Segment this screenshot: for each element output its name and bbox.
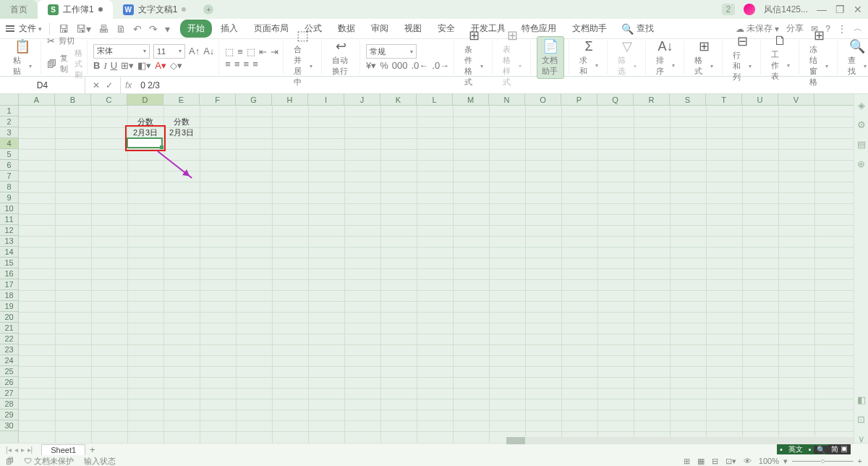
cut-icon[interactable]: ✂ xyxy=(47,35,55,46)
dec-inc-icon[interactable]: .0← xyxy=(411,60,428,71)
percent-icon[interactable]: % xyxy=(380,60,388,71)
redo-icon[interactable]: ↷ xyxy=(148,22,159,36)
collapse-ribbon-icon[interactable]: ︿ xyxy=(854,22,862,35)
search-icon[interactable]: 🔍 xyxy=(620,22,635,36)
row-header[interactable]: 21 xyxy=(0,323,18,334)
row-header[interactable]: 30 xyxy=(0,420,18,431)
col-header[interactable]: E xyxy=(163,94,200,105)
view-page-icon[interactable]: ▦ xyxy=(697,457,705,466)
active-cell[interactable] xyxy=(127,137,163,148)
doc-helper-button[interactable]: 📄文档助手 xyxy=(537,36,564,79)
col-header[interactable]: J xyxy=(344,94,380,105)
row-header[interactable]: 20 xyxy=(0,312,18,323)
currency-icon[interactable]: ¥▾ xyxy=(366,60,376,71)
row-header[interactable]: 17 xyxy=(0,279,18,290)
eye-icon[interactable]: 👁 xyxy=(744,457,752,465)
panel-icon[interactable]: ⚙ xyxy=(857,119,866,130)
horizontal-scrollbar[interactable] xyxy=(506,437,854,444)
table-style-button[interactable]: ⊞表格样式 xyxy=(498,26,526,89)
notification-badge[interactable]: 2 xyxy=(722,4,736,15)
file-menu[interactable]: 文件 xyxy=(19,22,42,35)
tab-doc[interactable]: W 文字文稿1 xyxy=(113,0,197,19)
cell[interactable]: 分数 xyxy=(127,116,163,127)
row-header[interactable]: 7 xyxy=(0,171,18,182)
undo-icon[interactable]: ↶ xyxy=(132,22,143,36)
col-header[interactable]: D xyxy=(127,94,163,105)
col-header[interactable]: R xyxy=(634,94,670,105)
row-header[interactable]: 13 xyxy=(0,236,18,247)
spreadsheet-grid[interactable]: ABCDEFGHIJKLMNOPQRSTUV 12345678910111213… xyxy=(0,94,854,444)
row-header[interactable]: 1 xyxy=(0,106,18,116)
zoom-control[interactable]: 100%▾ ─────○───── + xyxy=(759,457,862,466)
row-header[interactable]: 27 xyxy=(0,388,18,399)
row-header[interactable]: 5 xyxy=(0,149,18,160)
doc-icon[interactable]: 🗐 xyxy=(6,457,14,465)
add-sheet-button[interactable]: + xyxy=(90,444,95,455)
row-header[interactable]: 29 xyxy=(0,410,18,420)
saveas-icon[interactable]: 🖫▾ xyxy=(75,22,93,36)
column-headers[interactable]: ABCDEFGHIJKLMNOPQRSTUV xyxy=(19,94,854,106)
decrease-font-icon[interactable]: A↓ xyxy=(203,46,214,56)
paste-button[interactable]: 📋粘贴 xyxy=(9,37,36,78)
row-header[interactable]: 3 xyxy=(0,127,18,138)
tab-pagelayout[interactable]: 页面布局 xyxy=(247,20,296,38)
panel-icon[interactable]: ⊕ xyxy=(857,158,865,169)
fill-color-button[interactable]: ◧▾ xyxy=(137,60,151,71)
search-label[interactable]: 查找 xyxy=(637,22,654,35)
col-header[interactable]: C xyxy=(91,94,127,105)
bold-button[interactable]: B xyxy=(93,60,100,71)
tab-dochelper[interactable]: 文档助手 xyxy=(565,20,614,38)
row-header[interactable]: 18 xyxy=(0,290,18,301)
cell[interactable]: 2月3日 xyxy=(127,127,163,138)
painter-label[interactable]: 格式刷 xyxy=(75,48,82,80)
find-button[interactable]: 🔍查找 xyxy=(843,37,868,78)
filter-button[interactable]: ▽筛选 xyxy=(613,37,641,78)
tab-review[interactable]: 审阅 xyxy=(364,20,396,38)
row-header[interactable]: 9 xyxy=(0,192,18,203)
font-size-select[interactable]: 11▾ xyxy=(153,44,185,59)
select-all-corner[interactable] xyxy=(0,94,19,106)
row-header[interactable]: 12 xyxy=(0,225,18,236)
add-tab-button[interactable]: + xyxy=(203,4,213,14)
panel-icon[interactable]: ◈ xyxy=(858,100,865,111)
tab-start[interactable]: 开始 xyxy=(180,20,212,38)
print-preview-icon[interactable]: 🗎 xyxy=(114,22,127,36)
minimize-button[interactable]: — xyxy=(817,4,827,15)
row-header[interactable]: 23 xyxy=(0,344,18,355)
copy-icon[interactable]: 🗐 xyxy=(47,59,56,69)
border-button[interactable]: ⊞▾ xyxy=(121,60,134,71)
col-header[interactable]: K xyxy=(380,94,417,105)
print-icon[interactable]: 🖶 xyxy=(97,22,110,36)
panel-icon[interactable]: ⊡ xyxy=(857,414,865,425)
panel-icon[interactable]: ▤ xyxy=(857,139,866,150)
col-header[interactable]: M xyxy=(453,94,489,105)
panel-icon[interactable]: ◧ xyxy=(857,394,866,405)
cell[interactable]: 分数 xyxy=(163,116,200,127)
row-header[interactable]: 11 xyxy=(0,214,18,225)
row-header[interactable]: 6 xyxy=(0,160,18,171)
col-header[interactable]: O xyxy=(525,94,561,105)
zoom-in-icon[interactable]: + xyxy=(858,457,862,465)
view-break-icon[interactable]: ⊟ xyxy=(712,457,718,466)
sum-button[interactable]: Σ求和 xyxy=(575,38,603,78)
align-center-icon[interactable]: ≡ xyxy=(234,59,240,69)
col-header[interactable]: U xyxy=(742,94,778,105)
indent-inc-icon[interactable]: ⇥ xyxy=(271,46,278,57)
col-header[interactable]: B xyxy=(55,94,91,105)
align-right-icon[interactable]: ≡ xyxy=(244,59,250,69)
align-just-icon[interactable]: ≡ xyxy=(252,59,258,69)
tab-insert[interactable]: 插入 xyxy=(213,20,245,38)
tab-workbook[interactable]: S 工作簿1 xyxy=(38,0,113,19)
col-header[interactable]: S xyxy=(670,94,706,105)
col-header[interactable]: G xyxy=(236,94,272,105)
wrap-button[interactable]: ↩自动换行 xyxy=(328,37,355,78)
sort-button[interactable]: A↓排序 xyxy=(652,38,679,78)
username[interactable]: 风信1425... xyxy=(764,4,808,16)
last-sheet-icon[interactable]: ▸| xyxy=(27,446,33,454)
row-header[interactable]: 8 xyxy=(0,182,18,192)
view-normal-icon[interactable]: ⊞ xyxy=(684,457,690,466)
row-header[interactable]: 26 xyxy=(0,377,18,388)
cell[interactable]: 2月3日 xyxy=(163,127,200,138)
rowcol-button[interactable]: ⊟行和列 xyxy=(728,32,756,84)
col-header[interactable]: A xyxy=(19,94,55,105)
